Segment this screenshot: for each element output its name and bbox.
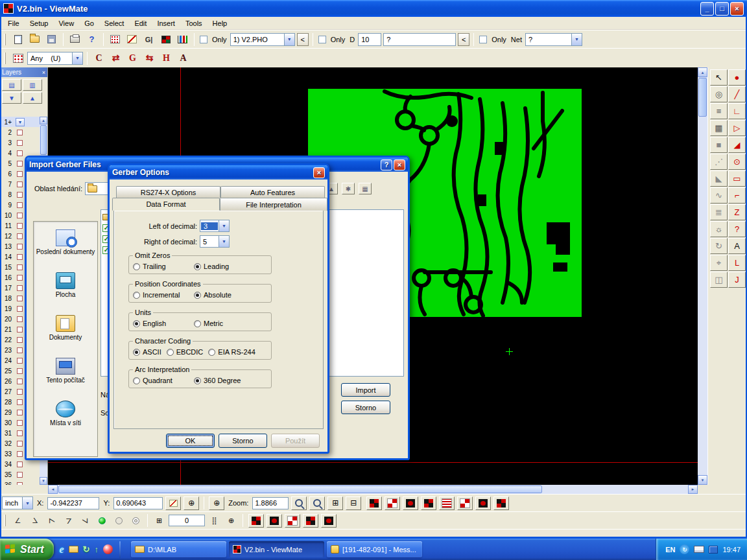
new-file-icon[interactable] [10, 32, 25, 47]
prev-dcode-button[interactable]: < [458, 33, 469, 46]
update-tray-icon[interactable]: ↻ [680, 544, 689, 554]
ok-button[interactable]: OK [166, 434, 215, 448]
rectangle-outline-icon[interactable]: ▭ [728, 170, 746, 187]
close-icon[interactable]: × [730, 2, 744, 16]
layer-color-box[interactable] [17, 192, 23, 198]
crosshair-icon[interactable]: ⊕ [184, 496, 199, 510]
parallel-lines-icon[interactable]: ≡ [710, 103, 728, 119]
radio-absolute[interactable]: Absolute [194, 291, 231, 299]
angle-tool-icon[interactable]: ∠ [78, 513, 93, 528]
context-help-icon[interactable]: ? [84, 32, 99, 47]
scrollbar-thumb[interactable] [58, 485, 542, 493]
layer-color-box[interactable] [17, 171, 23, 177]
browser-orb-icon[interactable] [103, 544, 113, 554]
rotate-icon[interactable]: ↻ [710, 238, 728, 254]
layer-color-box[interactable] [17, 358, 23, 364]
layer-color-box[interactable] [17, 223, 23, 229]
close-icon[interactable]: × [42, 69, 45, 76]
split-square-icon[interactable]: ◫ [710, 272, 728, 288]
layer-row[interactable]: 3 [0, 137, 40, 148]
aperture-select-icon[interactable] [10, 51, 25, 65]
green-arrow-icon[interactable]: ↑ [94, 544, 99, 554]
film-pattern-icon[interactable] [248, 514, 264, 528]
language-indicator[interactable]: EN [665, 546, 675, 554]
arrow-vertex-icon[interactable]: ▷ [728, 120, 746, 136]
film-pattern-icon[interactable] [267, 514, 282, 528]
layer-color-box[interactable] [17, 181, 23, 187]
layer-color-box[interactable] [17, 379, 23, 384]
aperture-pattern-icon[interactable] [403, 496, 418, 510]
place-my-computer[interactable]: Tento počítač [34, 355, 97, 398]
donut-pad-icon[interactable]: ◎ [710, 86, 728, 102]
taskbar-task-v2-bin-viewmate[interactable]: V2.bin - ViewMate [229, 541, 324, 557]
menu-insert[interactable]: Insert [152, 18, 180, 29]
scroll-left-icon[interactable]: ◄ [48, 485, 58, 494]
radio-incremental[interactable]: Incremental [133, 291, 189, 299]
grid-table-icon[interactable]: ⊞ [152, 513, 167, 528]
radio-leading[interactable]: Leading [194, 262, 229, 270]
radio-english[interactable]: English [133, 320, 189, 327]
hatch-square-icon[interactable]: ▦ [710, 120, 728, 136]
aperture-pattern-icon[interactable] [439, 496, 455, 510]
layers-grid-alt-icon[interactable]: ▥ [23, 79, 42, 91]
toolbar-grip[interactable] [4, 52, 6, 64]
apply-button[interactable]: Použít [271, 434, 320, 448]
maximize-icon[interactable]: □ [715, 2, 729, 16]
tab-auto-features[interactable]: Auto Features [220, 186, 325, 198]
radio-ebcdic[interactable]: EBCDIC [167, 348, 204, 356]
units-combo[interactable]: inch ▼ [2, 496, 33, 509]
draw-line-icon[interactable]: ╱ [728, 86, 746, 102]
online-status-led-icon[interactable] [95, 513, 110, 528]
menu-edit[interactable]: Edit [129, 18, 152, 29]
place-network-places[interactable]: Místa v síti [34, 398, 97, 441]
layer-row-active[interactable]: 1+ ▼ [0, 117, 40, 127]
scroll-down-icon[interactable]: ▼ [40, 477, 47, 485]
aperture-table-icon[interactable] [108, 32, 123, 47]
angle-tool-icon[interactable]: ∠ [44, 513, 59, 528]
measure-icon[interactable] [124, 32, 139, 47]
anchor-point-icon[interactable]: ⊕ [209, 496, 224, 510]
scroll-down-icon[interactable]: ▼ [698, 475, 707, 485]
vertical-scrollbar[interactable]: ▲ ▼ [698, 67, 707, 485]
corner-line-icon[interactable]: ∟ [728, 103, 746, 119]
only-net-checkbox[interactable] [479, 36, 487, 43]
internet-explorer-icon[interactable]: e [59, 544, 64, 555]
radio-trailing[interactable]: Trailing [133, 262, 189, 270]
filled-square-icon[interactable]: ■ [710, 137, 728, 153]
place-recent-documents[interactable]: Poslední dokumenty [34, 227, 97, 270]
measure-angle-icon[interactable] [165, 496, 181, 510]
left-of-decimal-combo[interactable]: 3 ▼ [200, 220, 230, 232]
letter-a-tool-icon[interactable]: A [176, 51, 191, 65]
import-button[interactable]: Import [341, 383, 390, 397]
layer-color-box[interactable] [17, 430, 23, 436]
layer-color-box[interactable] [17, 140, 23, 146]
prev-layer-button[interactable]: < [297, 33, 309, 46]
menu-select[interactable]: Select [99, 18, 130, 29]
gear-icon[interactable]: ☼ [710, 221, 728, 237]
title-bar[interactable]: V2.bin - ViewMate _ □ × [0, 0, 747, 17]
layer-color-box[interactable] [17, 306, 23, 312]
radio-eia-rs-244[interactable]: EIA RS-244 [208, 348, 255, 356]
film-pattern-icon[interactable] [321, 514, 337, 528]
aperture-combo[interactable]: Any (U) ▼ [27, 52, 83, 65]
scroll-right-icon[interactable]: ► [688, 485, 698, 494]
y-coordinate-input[interactable] [113, 497, 163, 509]
aperture-pattern-icon[interactable] [457, 496, 473, 510]
snap-anchor-icon[interactable]: ⊕ [224, 513, 239, 528]
horizontal-scrollbar[interactable]: ◄ ► [48, 485, 698, 494]
triple-lines-icon[interactable]: ≣ [710, 204, 728, 220]
chevron-down-icon[interactable]: ▼ [16, 118, 25, 126]
close-icon[interactable]: × [313, 167, 325, 178]
x-coordinate-input[interactable] [47, 497, 99, 509]
layer-color-box[interactable] [17, 327, 23, 332]
layer-color-box[interactable] [17, 161, 23, 167]
film-box-icon[interactable] [158, 32, 173, 47]
dcode-query-input[interactable] [383, 33, 456, 46]
transfer-tool-icon[interactable]: ⇆ [142, 51, 157, 65]
layer-color-box[interactable] [17, 130, 23, 135]
layers-panel-header[interactable]: Layers × [0, 67, 47, 77]
layer-color-box[interactable] [17, 410, 23, 415]
aperture-pattern-icon[interactable] [475, 496, 491, 510]
dcode-input[interactable] [358, 33, 381, 46]
layer-color-box[interactable] [17, 285, 23, 291]
